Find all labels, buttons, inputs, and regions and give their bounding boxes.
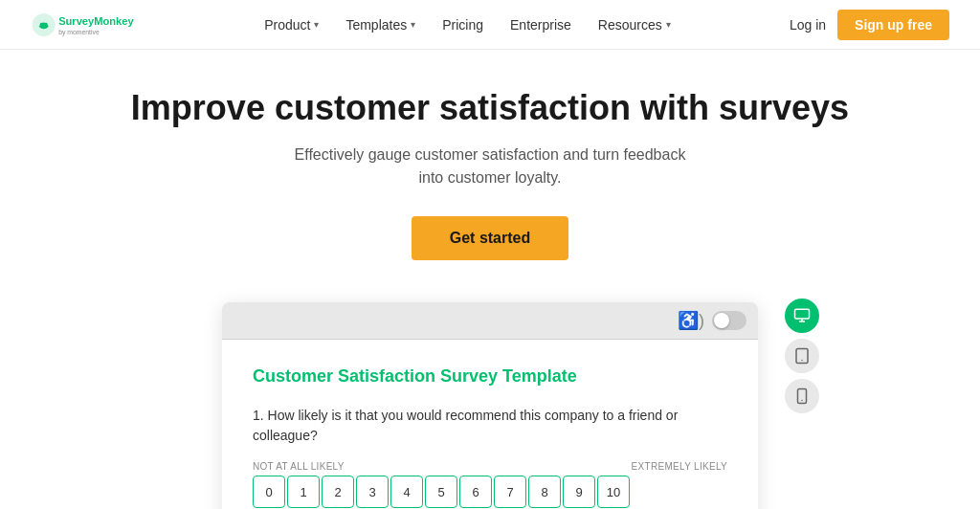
nav-pricing[interactable]: Pricing: [431, 11, 495, 38]
nav-links: Product ▾ Templates ▾ Pricing Enterprise…: [253, 11, 682, 38]
nps-number-2[interactable]: 2: [322, 476, 354, 508]
nav-product[interactable]: Product ▾: [253, 11, 330, 38]
hero-section: Improve customer satisfaction with surve…: [0, 50, 980, 279]
nps-scale: NOT AT ALL LIKELY EXTREMELY LIKELY 01234…: [253, 461, 727, 508]
nps-number-4[interactable]: 4: [390, 476, 423, 508]
nav-actions: Log in Sign up free: [790, 10, 949, 40]
chevron-down-icon: ▾: [314, 19, 319, 30]
browser-toolbar: ♿): [222, 302, 758, 340]
browser-content: Customer Satisfaction Survey Template 1.…: [222, 340, 758, 509]
svg-point-9: [801, 400, 803, 402]
nav-resources[interactable]: Resources ▾: [587, 11, 682, 38]
survey-question: 1. How likely is it that you would recom…: [253, 406, 727, 446]
preview-area: ♿) Customer Satisfaction Survey Template…: [0, 279, 980, 509]
accessibility-icon: ♿): [678, 310, 704, 331]
nps-number-7[interactable]: 7: [494, 476, 526, 508]
nps-low-label: NOT AT ALL LIKELY: [253, 461, 345, 472]
svg-rect-5: [795, 309, 810, 319]
mobile-icon[interactable]: [785, 379, 819, 413]
svg-text:by momentive: by momentive: [58, 29, 100, 36]
nav-enterprise[interactable]: Enterprise: [499, 11, 583, 38]
hero-subheading: Effectively gauge customer satisfaction …: [289, 144, 691, 189]
navigation: SurveyMonkey by momentive Product ▾ Temp…: [0, 0, 980, 50]
nps-number-9[interactable]: 9: [563, 476, 595, 508]
survey-title: Customer Satisfaction Survey Template: [253, 366, 727, 387]
nps-high-label: EXTREMELY LIKELY: [632, 461, 727, 472]
survey-preview: ♿) Customer Satisfaction Survey Template…: [222, 302, 758, 509]
signup-button[interactable]: Sign up free: [837, 10, 949, 40]
nps-number-3[interactable]: 3: [356, 476, 389, 508]
svg-point-7: [801, 360, 803, 362]
nps-number-1[interactable]: 1: [287, 476, 320, 508]
chevron-down-icon: ▾: [666, 19, 671, 30]
svg-text:SurveyMonkey: SurveyMonkey: [58, 15, 134, 27]
logo[interactable]: SurveyMonkey by momentive: [31, 10, 145, 40]
nps-labels: NOT AT ALL LIKELY EXTREMELY LIKELY: [253, 461, 727, 472]
chevron-down-icon: ▾: [411, 19, 415, 30]
svg-point-1: [40, 22, 43, 25]
nav-templates[interactable]: Templates ▾: [334, 11, 427, 38]
nps-number-10[interactable]: 10: [597, 476, 630, 508]
nps-numbers: 012345678910: [253, 476, 727, 508]
desktop-icon[interactable]: [785, 299, 819, 333]
nps-number-8[interactable]: 8: [528, 476, 561, 508]
hero-heading: Improve customer satisfaction with surve…: [19, 88, 961, 128]
nps-number-6[interactable]: 6: [459, 476, 492, 508]
nps-number-0[interactable]: 0: [253, 476, 285, 508]
toggle-thumb: [714, 313, 729, 328]
svg-point-2: [45, 22, 48, 25]
get-started-button[interactable]: Get started: [412, 216, 568, 260]
login-button[interactable]: Log in: [790, 17, 826, 33]
device-icons: [785, 299, 819, 413]
preview-toggle[interactable]: [712, 311, 746, 330]
nps-number-5[interactable]: 5: [425, 476, 457, 508]
tablet-icon[interactable]: [785, 339, 819, 373]
